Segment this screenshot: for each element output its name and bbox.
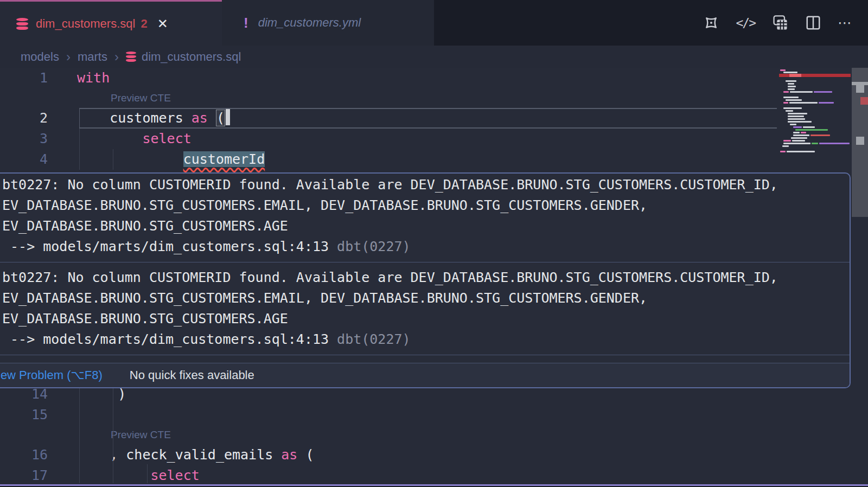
code-line[interactable]: select <box>77 129 192 149</box>
minimap-line <box>788 86 796 87</box>
minimap-line <box>788 116 804 117</box>
query-results-icon[interactable] <box>771 14 789 31</box>
problem-message-line: EV_DATABASE.BRUNO.STG_CUSTOMERS.EMAIL, D… <box>2 195 844 216</box>
tab-dim-customers-sql[interactable]: dim_customers.sql 2 ✕ <box>0 0 222 46</box>
dirty-count-badge: 2 <box>141 17 147 31</box>
no-quick-fixes-text: No quick fixes available <box>130 368 254 382</box>
minimap-line <box>783 97 799 98</box>
minimap-line <box>793 134 809 136</box>
line-number: 14 <box>0 384 48 405</box>
problem-message: bt0227: No column CUSTOMERID found. Avai… <box>2 267 844 350</box>
codelens-preview-cte[interactable]: Preview CTE <box>111 88 171 108</box>
code-icon[interactable]: </> <box>736 16 755 30</box>
indent-guide <box>113 388 113 483</box>
chevron-right-icon: › <box>66 49 71 65</box>
minimap-line <box>783 140 791 142</box>
view-problem-link[interactable]: iew Problem (⌥F8) <box>0 368 103 382</box>
breadcrumb: models › marts › dim_customers.sql <box>0 46 868 68</box>
message-divider <box>0 262 850 262</box>
minimap[interactable] <box>779 68 851 185</box>
code-line[interactable]: select <box>77 465 200 486</box>
indent-guide <box>79 388 80 483</box>
code-token: customers <box>110 110 192 126</box>
editor-toolbar: </> ⋯ <box>703 0 853 46</box>
line-number: 17 <box>0 465 48 486</box>
problem-file-location: --> models/marts/dim_customers.sql:4:13 <box>2 239 337 254</box>
problem-message-line: EV_DATABASE.BRUNO.STG_CUSTOMERS.AGE <box>2 309 844 329</box>
problem-message-line: EV_DATABASE.BRUNO.STG_CUSTOMERS.EMAIL, D… <box>2 288 844 309</box>
minimap-line <box>782 145 789 147</box>
tab-label: dim_customers.sql <box>36 17 135 31</box>
problem-location-line: --> models/marts/dim_customers.sql:4:13 … <box>2 236 844 257</box>
minimap-line <box>780 69 786 71</box>
minimap-line <box>790 91 813 93</box>
problem-message: bt0227: No column CUSTOMERID found. Avai… <box>2 175 844 257</box>
code-token: ) <box>118 386 126 402</box>
code-token: with <box>77 70 110 86</box>
problem-message-line: bt0227: No column CUSTOMERID found. Avai… <box>2 175 844 195</box>
minimap-line <box>786 110 793 112</box>
overview-mark <box>856 85 864 93</box>
matched-bracket: ( <box>216 110 225 126</box>
tab-dim-customers-yml[interactable]: ! dim_customers.yml <box>222 0 434 46</box>
code-token: select <box>142 131 191 146</box>
minimap-line <box>788 113 807 114</box>
minimap-line <box>791 137 807 139</box>
split-editor-icon[interactable] <box>805 15 821 31</box>
code-line[interactable]: customerId <box>77 149 265 170</box>
minimap-line <box>786 80 796 82</box>
breadcrumb-item-marts[interactable]: marts <box>78 50 107 64</box>
code-line[interactable]: ) <box>77 384 126 405</box>
minimap-line <box>793 126 802 128</box>
minimap-line <box>788 121 812 123</box>
tab-bar: dim_customers.sql 2 ✕ ! dim_customers.ym… <box>0 0 868 46</box>
minimap-line <box>812 143 818 144</box>
code-editor-bottom[interactable]: 14 )15Preview CTE16 , check_valid_emails… <box>0 384 868 486</box>
line-number: 4 <box>0 149 48 170</box>
code-line[interactable]: customers as ( <box>77 108 230 129</box>
warning-icon: ! <box>244 15 248 31</box>
error-token-customerid: customerId <box>183 151 265 167</box>
minimap-line <box>788 118 805 120</box>
codelens-preview-cte[interactable]: Preview CTE <box>111 425 171 445</box>
chevron-right-icon: › <box>114 49 119 65</box>
tab-label: dim_customers.yml <box>258 16 361 30</box>
minimap-line <box>795 129 828 131</box>
text-cursor <box>226 109 230 125</box>
code-editor-top[interactable]: 1withPreview CTE2 customers as (3 select… <box>0 68 868 170</box>
code-token: ( <box>297 447 314 463</box>
overview-error-mark <box>860 97 868 105</box>
problem-messages: bt0227: No column CUSTOMERID found. Avai… <box>0 174 850 363</box>
code-line[interactable]: with <box>77 68 110 88</box>
minimap-line <box>780 151 786 152</box>
database-icon <box>126 52 136 62</box>
problem-error-code: dbt(0227) <box>337 331 410 347</box>
minimap-line <box>783 72 797 73</box>
problem-error-code: dbt(0227) <box>337 239 410 254</box>
close-icon[interactable]: ✕ <box>157 16 168 31</box>
minimap-line <box>803 126 815 128</box>
dbt-icon[interactable] <box>703 15 719 31</box>
minimap-line <box>790 124 796 125</box>
problem-message-line: bt0227: No column CUSTOMERID found. Avai… <box>2 267 844 288</box>
minimap-line <box>786 99 802 101</box>
editor-window: dim_customers.sql 2 ✕ ! dim_customers.ym… <box>0 0 868 487</box>
more-actions-icon[interactable]: ⋯ <box>838 15 853 31</box>
code-token <box>208 110 216 126</box>
code-token: as <box>192 110 208 126</box>
problem-hover-popup: bt0227: No column CUSTOMERID found. Avai… <box>0 172 851 388</box>
indent-guide <box>147 464 148 483</box>
minimap-error-token <box>789 74 801 77</box>
minimap-line <box>783 107 802 109</box>
breadcrumb-item-file[interactable]: dim_customers.sql <box>142 50 241 64</box>
code-token: as <box>281 447 297 463</box>
overview-mark <box>856 137 864 145</box>
indent-guide <box>113 149 113 170</box>
minimap-line <box>819 143 850 144</box>
minimap-line <box>801 132 806 133</box>
minimap-line <box>783 143 810 144</box>
indent-guide <box>79 129 80 170</box>
breadcrumb-item-models[interactable]: models <box>21 50 59 64</box>
minimap-line <box>783 91 789 93</box>
minimap-line <box>783 102 788 104</box>
